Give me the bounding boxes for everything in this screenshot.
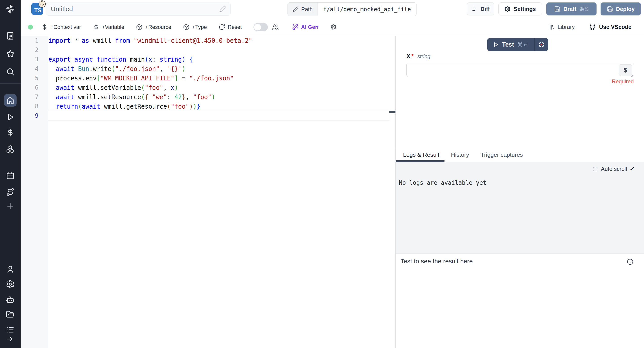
magic-wand-icon [292, 24, 299, 31]
users-icon [272, 23, 279, 31]
tab-logs-result[interactable]: Logs & Result [403, 152, 439, 158]
settings-gear-icon[interactable] [6, 280, 15, 289]
test-button-group: Test ⌘↵ [487, 38, 548, 51]
toggle-knob [254, 24, 261, 30]
code-line: import * as wmill from "windmill-client@… [48, 36, 389, 45]
diff-button[interactable]: Diff [467, 2, 494, 16]
test-shortcut: ⌘↵ [517, 41, 529, 48]
argument-label-row: X * string [406, 53, 430, 60]
use-vscode-button[interactable]: Use VScode [589, 24, 632, 31]
code-line: export async function main(x: string) { [48, 55, 389, 64]
code-line: await wmill.setVariable("foo", x) [48, 83, 389, 92]
expand-sidebar-arrow-icon[interactable] [6, 335, 14, 343]
line-number: 9 [20, 111, 48, 120]
add-resource-button[interactable]: +Resource [136, 24, 171, 30]
apps-list-icon[interactable] [6, 326, 15, 334]
path-value[interactable]: f/all/demo_mocked_api_file [318, 3, 416, 16]
folders-icon[interactable] [6, 310, 15, 319]
required-hint: Required [612, 78, 634, 85]
active-tab-underline [396, 160, 444, 162]
code-line: return(await wmill.getResource("foo"))} [48, 102, 389, 111]
add-plus-icon[interactable] [6, 202, 15, 211]
sidebar-item-home[interactable] [4, 94, 16, 106]
lsp-status-dot [28, 25, 33, 30]
result-area: Test to see the result here [396, 254, 644, 348]
draft-button[interactable]: Draft ⌘S [546, 2, 596, 16]
user-icon[interactable] [6, 265, 15, 274]
line-number: 7 [20, 92, 48, 102]
deploy-button[interactable]: Deploy [600, 2, 641, 16]
home-icon [6, 96, 15, 105]
code-editor[interactable]: 123456789 import * as wmill from "windmi… [20, 36, 396, 348]
editor-settings-gear-icon[interactable] [330, 24, 337, 30]
bun-runtime-icon [38, 0, 46, 8]
arg-name: X [406, 53, 410, 60]
library-button[interactable]: Library [548, 24, 574, 30]
info-icon[interactable] [626, 258, 634, 265]
code-line: await wmill.setResource({ "we": 42}, "fo… [48, 92, 389, 102]
editor-scrollbar[interactable] [389, 36, 396, 348]
capture-icon [538, 41, 545, 48]
assistant-robot-icon[interactable] [6, 295, 15, 304]
sidebar [0, 0, 20, 348]
multiplayer-toggle[interactable] [254, 23, 268, 31]
line-number: 2 [20, 45, 48, 55]
search-icon[interactable] [6, 67, 15, 76]
check-icon: ✔ [630, 166, 634, 172]
logs-empty-message: No logs are available yet [399, 179, 486, 186]
tab-history[interactable]: History [451, 152, 469, 158]
workspace-icon[interactable] [6, 31, 15, 40]
resources-boxes-icon[interactable] [6, 145, 15, 154]
runs-play-icon[interactable] [6, 113, 15, 122]
reset-button[interactable]: Reset [218, 24, 242, 30]
resize-handle-icon[interactable] [629, 73, 634, 78]
edit-path-button[interactable]: Path [288, 3, 318, 16]
line-number: 1 [20, 36, 48, 45]
plus-minus-diff-icon [471, 6, 478, 12]
code-line: await Bun.write("./foo.json", '{}') [48, 64, 389, 74]
schedules-calendar-icon[interactable] [6, 171, 15, 180]
auto-scroll-control[interactable]: Auto scroll ✔ [592, 166, 634, 172]
add-variable-button[interactable]: +Variable [93, 24, 124, 30]
line-number: 8 [20, 102, 48, 111]
draft-shortcut: ⌘S [579, 6, 589, 12]
vscode-github-icon [589, 24, 596, 31]
line-number: 5 [20, 74, 48, 83]
arg-x-input[interactable]: $ [406, 63, 634, 77]
tab-trigger-captures[interactable]: Trigger captures [481, 152, 523, 158]
save-icon [554, 6, 560, 12]
expand-icon [592, 166, 598, 172]
sidebar-divider [0, 83, 20, 84]
cursor-position-marker [389, 111, 396, 113]
windmill-logo-icon[interactable] [4, 3, 16, 15]
variables-dollar-icon[interactable] [6, 128, 15, 137]
code-line [48, 45, 389, 55]
path-field: Path f/all/demo_mocked_api_file [288, 2, 416, 16]
script-title: Untitled [51, 5, 219, 13]
pencil-icon [293, 6, 298, 12]
reset-rotate-icon [218, 24, 225, 30]
dollar-icon [93, 24, 100, 30]
add-type-button[interactable]: +Type [183, 24, 207, 30]
gear-icon [504, 6, 511, 12]
top-header: TS Untitled Path f/all/demo_mocked_api_f… [20, 0, 644, 18]
favorites-star-icon[interactable] [6, 49, 15, 58]
edit-title-pencil-icon[interactable] [219, 6, 226, 12]
test-button[interactable]: Test ⌘↵ [487, 38, 534, 51]
script-title-input[interactable]: Untitled [46, 2, 231, 16]
logs-area: Auto scroll ✔ No logs are available yet [396, 162, 644, 254]
package-icon [183, 24, 190, 30]
line-number: 6 [20, 83, 48, 92]
code-line [48, 111, 389, 120]
routes-icon[interactable] [6, 188, 15, 196]
ai-gen-button[interactable]: AI Gen [292, 24, 318, 31]
code-lines: import * as wmill from "windmill-client@… [48, 36, 389, 120]
capture-test-button[interactable] [534, 38, 548, 51]
editor-gutter: 123456789 [20, 36, 48, 348]
settings-button[interactable]: Settings [498, 2, 542, 16]
package-icon [136, 24, 143, 30]
result-placeholder: Test to see the result here [400, 258, 473, 265]
required-asterisk: * [411, 53, 414, 60]
add-context-var-button[interactable]: +Context var [41, 24, 81, 30]
action-toolbar: +Context var +Variable +Resource +Type R… [20, 18, 644, 36]
